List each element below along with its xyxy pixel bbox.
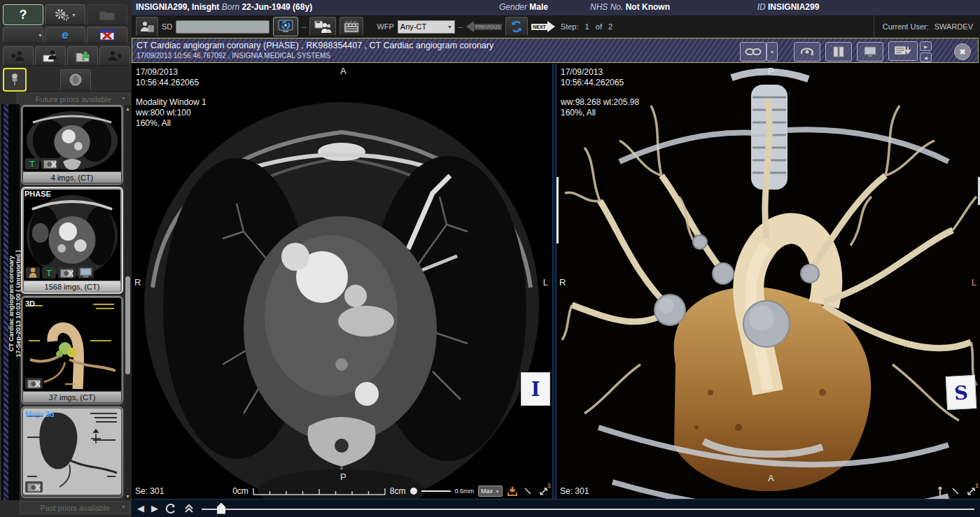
step-total: 2 [608,22,612,31]
thumbnail-phase[interactable]: T PHASE 1568 imgs, (CT) [21,187,123,294]
thumbnail-count: 4 imgs, (CT) [23,172,121,183]
patient-next-button[interactable] [99,46,130,66]
patient-dob: 22-Jun-1949 (68y) [241,2,312,12]
scrollbar-thumb[interactable] [125,276,130,374]
study-title: CT Cardiac angiogram coronary (PHASE) , … [136,41,493,50]
scroll-up-icon[interactable]: ▲ [125,106,131,111]
sd-input[interactable] [176,20,270,34]
wfp-select[interactable]: Any-CT ▼ [398,20,455,34]
open-folder-button[interactable] [87,4,127,25]
current-user-value: SWARDEV [934,22,973,31]
camera-off-chip[interactable] [41,158,59,169]
chain-link-icon [745,48,762,56]
expand-panel-button[interactable]: 1 [538,486,549,497]
volume-render-viewport[interactable]: 17/09/201310:56:44.262065 ww:98.268 wl:2… [556,64,980,499]
main-area: INSIGNIA299, Inisght Born 22-Jun-1949 (6… [132,0,980,517]
image-datetime-overlay: 17/09/201310:56:44.262065 [561,67,624,88]
close-window-button[interactable] [87,27,127,43]
thumbnail-count: 37 imgs, (CT) [23,392,121,402]
camera-off-chip[interactable] [58,267,76,278]
probe-tool-button[interactable] [934,486,946,497]
patient-previous-button[interactable] [3,46,34,66]
ct-axial-image [132,64,552,499]
thumbnail-scout[interactable]: T 4 imgs, (CT) [21,105,123,185]
monitor-sync-button[interactable] [273,17,298,36]
thumbnail-mojo3d[interactable]: Mojo 3d [21,406,123,498]
browser-button[interactable]: e [45,27,85,43]
layout-scroll-button[interactable] [888,41,918,61]
question-icon: ? [20,8,27,22]
help-button[interactable]: ? [3,4,43,25]
step-indicator: Step: 1 of 2 [559,22,615,31]
person-export-icon [140,20,154,33]
right-panel-bottom-bar: Se: 301 [556,483,980,499]
expand-panel-button[interactable]: 1 [965,486,976,497]
patient-worklist-button[interactable] [35,46,66,66]
link-series-button[interactable] [740,42,766,62]
series-number: Se: 301 [560,486,589,496]
patient-folder-2-button[interactable]: 2 [67,46,98,66]
thickness-slider-handle[interactable] [410,488,417,495]
panel-left-edge-scrollbar[interactable] [556,177,559,243]
orientation-anterior: A [768,473,774,483]
thumbnail-series-label: 3D [25,299,35,308]
ruler-icon [253,487,386,495]
refresh-step-button[interactable] [505,17,528,36]
rotate-3d-button[interactable] [794,42,820,62]
cine-export-button[interactable] [340,17,363,36]
orientation-cube[interactable]: S [946,375,976,410]
loop-playback-button[interactable] [165,503,176,514]
series-vertical-label: CT Cardiac angiogram coronary 17-Sep-201… [8,109,22,498]
chevron-down-icon: ▼ [447,24,452,29]
export-study-button[interactable] [136,17,158,36]
settings-button[interactable]: ▼ [45,4,85,25]
slider-thumb[interactable] [217,503,225,514]
next-label: NEXT [531,24,547,30]
measure-tool-button[interactable] [950,486,961,497]
pacs-viewer-window: ? ▼ ▼ e [0,0,980,517]
ruler-end-label: 8cm [390,486,406,496]
axial-ct-viewport[interactable]: 17/09/201310:56:44.262065 Modality Windo… [132,64,552,499]
scroll-down-icon[interactable]: ▼ [125,494,131,499]
save-share-button[interactable] [309,17,336,36]
fullscreen-monitor-button[interactable] [857,42,883,62]
past-priors-bar[interactable]: Past priors available ▼ [20,501,130,514]
projection-dropdown[interactable]: Max ▼ [478,486,503,497]
thumbnail-scrollbar[interactable]: ▲ ▼ [125,105,131,500]
monitor-chip[interactable] [78,267,94,278]
true-size-chip[interactable]: T [42,267,56,278]
measure-tool-button[interactable] [522,486,533,497]
collapse-bar-button[interactable] [183,503,195,514]
patient-head-button[interactable] [60,69,91,90]
next-step-button[interactable]: NEXT [531,21,555,32]
left-panel-bottom-bar: Se: 301 0cm 8cm 0.6mm M [132,483,552,499]
stamp-user-chip[interactable] [26,267,40,278]
previous-step-button[interactable]: PREVIOUS [466,21,502,32]
patient-id: INSIGNIA299 [768,2,819,12]
link-options-dropdown[interactable]: ▼ [766,42,778,62]
separator: – [302,22,306,31]
current-user-label: Current User: [883,22,929,31]
camera-off-chip[interactable] [25,481,43,493]
past-priors-label: Past priors available [40,504,109,512]
previous-frame-button[interactable]: ◀ [137,503,144,514]
next-frame-button[interactable]: ▶ [151,503,158,514]
camera-off-chip[interactable] [25,378,43,389]
future-priors-bar[interactable]: Future priors available ▼ [17,92,130,106]
expand-arrows-icon [967,487,976,496]
split-view-button[interactable] [825,42,852,62]
close-study-button[interactable]: ✖ [954,43,971,60]
study-subtitle: 17/09/2013 10:56:46.767092 , INSIGNIA ME… [136,52,330,59]
layout-next-button[interactable]: ▶ [920,41,932,51]
layout-prev-button[interactable]: ◀ [920,52,932,62]
thumbnail-3d[interactable]: 3D 37 imgs, (CT) [21,296,123,404]
slider-track[interactable] [202,509,974,510]
preset-dropdown[interactable]: ▼ [3,27,43,43]
image-scroll-slider[interactable] [202,502,974,515]
camera-x-icon [27,481,41,493]
true-size-chip[interactable]: T [25,158,39,169]
orientation-cube[interactable]: I [521,372,550,406]
pin-sidebar-button[interactable] [3,68,27,92]
export-image-button[interactable] [507,486,518,497]
thickness-slider-track[interactable] [421,490,451,492]
